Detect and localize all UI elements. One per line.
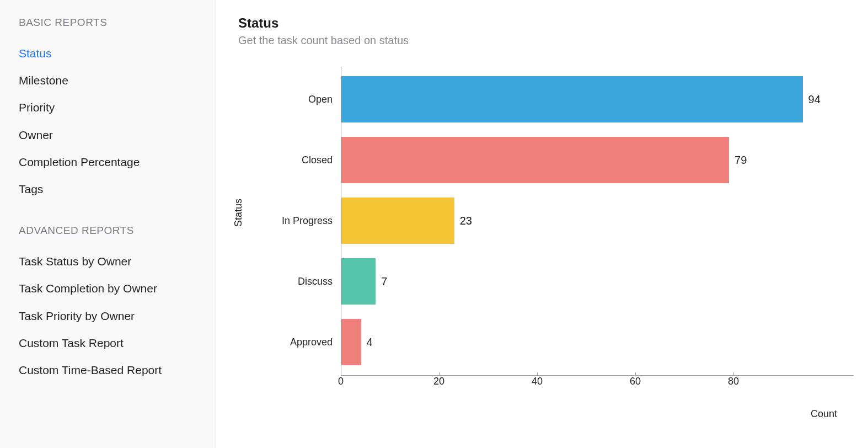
chart-y-axis-label: Status [233,199,244,227]
sidebar-item-custom-time-based-report[interactable]: Custom Time-Based Report [19,356,199,383]
sidebar-section-header-basic: BASIC REPORTS [19,17,199,29]
chart: Status Open94Closed79In Progress23Discus… [238,67,846,420]
chart-bar [341,137,729,183]
chart-x-tick: 60 [630,376,641,387]
sidebar-item-tags[interactable]: Tags [19,175,199,202]
page-title: Status [238,15,846,31]
main-content: Status Get the task count based on statu… [216,0,868,448]
chart-value-label: 94 [808,93,821,106]
sidebar-item-task-status-by-owner[interactable]: Task Status by Owner [19,248,199,275]
chart-x-tick: 0 [338,376,344,387]
chart-bar [341,258,376,305]
chart-category-label: Discuss [298,276,333,287]
sidebar-item-completion-percentage[interactable]: Completion Percentage [19,148,199,175]
chart-bar-row: Discuss7 [341,251,854,312]
chart-bar-row: Open94 [341,69,854,130]
chart-value-label: 7 [381,275,387,288]
chart-bar-row: Closed79 [341,130,854,190]
sidebar-item-milestone[interactable]: Milestone [19,67,199,94]
chart-x-tick: 80 [728,376,739,387]
chart-category-label: In Progress [282,215,333,227]
chart-category-label: Closed [302,154,333,166]
chart-x-axis-label: Count [811,408,837,420]
chart-x-tick: 20 [433,376,444,387]
chart-bar-row: In Progress23 [341,190,854,251]
sidebar-item-status[interactable]: Status [19,40,199,67]
chart-category-label: Open [308,94,333,105]
chart-plot: Open94Closed79In Progress23Discuss7Appro… [341,67,854,398]
chart-value-label: 79 [735,154,747,167]
sidebar: BASIC REPORTS Status Milestone Priority … [0,0,216,448]
chart-category-label: Approved [290,337,333,348]
chart-bar [341,319,361,365]
sidebar-section-header-advanced: ADVANCED REPORTS [19,225,199,237]
chart-value-label: 4 [367,336,373,349]
chart-bar [341,76,803,122]
page-subtitle: Get the task count based on status [238,34,846,47]
chart-bar [341,198,454,244]
sidebar-item-custom-task-report[interactable]: Custom Task Report [19,329,199,356]
sidebar-item-priority[interactable]: Priority [19,94,199,121]
chart-bar-row: Approved4 [341,312,854,372]
chart-x-tick: 40 [532,376,543,387]
sidebar-item-task-completion-by-owner[interactable]: Task Completion by Owner [19,275,199,302]
chart-value-label: 23 [460,215,472,227]
sidebar-item-task-priority-by-owner[interactable]: Task Priority by Owner [19,302,199,329]
sidebar-item-owner[interactable]: Owner [19,121,199,148]
